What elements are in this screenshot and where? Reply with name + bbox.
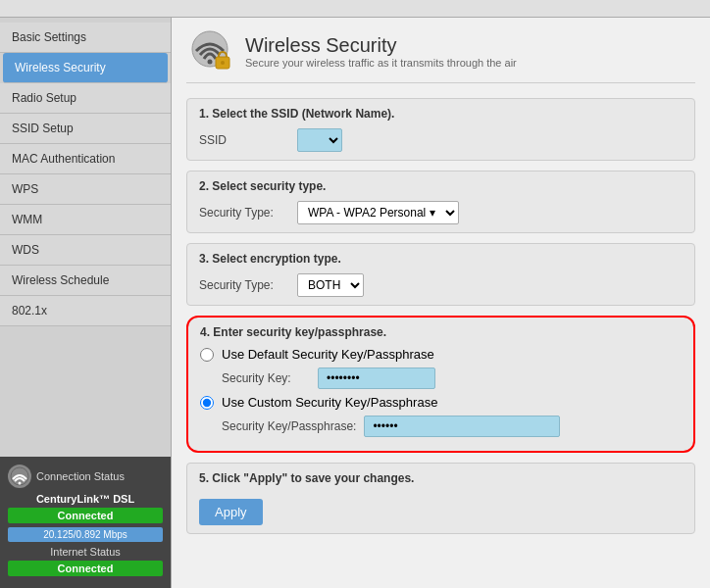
ssid-form-row: SSID <box>199 128 683 152</box>
security-key-label: Security Key: <box>222 371 310 385</box>
security-type-dropdown[interactable]: WPA - WPA2 Personal ▾ <box>297 201 459 224</box>
passphrase-label: Security Key/Passphrase: <box>222 419 356 433</box>
page-header: Wireless Security Secure your wireless t… <box>186 27 695 83</box>
custom-key-value-row: Security Key/Passphrase: <box>200 416 682 437</box>
sidebar-item-mac-authentication[interactable]: MAC Authentication <box>0 144 171 174</box>
section-1-title: 1. Select the SSID (Network Name). <box>199 107 683 121</box>
section-3-encryption: 3. Select encryption type. Security Type… <box>186 243 695 306</box>
connection-status-title: Connection Status <box>8 465 163 488</box>
encryption-label: Security Type: <box>199 278 287 292</box>
apply-button[interactable]: Apply <box>199 499 263 525</box>
status-connected-1: Connected <box>8 508 163 523</box>
wireless-security-icon <box>186 27 233 74</box>
top-bar <box>0 0 710 18</box>
svg-point-1 <box>19 482 22 485</box>
section-2-title: 2. Select security type. <box>199 179 683 193</box>
isp-label: CenturyLink™ DSL <box>8 493 163 505</box>
encryption-dropdown[interactable]: BOTH <box>297 273 364 297</box>
sidebar-item-wmm[interactable]: WMM <box>0 205 171 235</box>
default-key-value-row: Security Key: <box>200 368 682 389</box>
sidebar-item-wps[interactable]: WPS <box>0 174 171 205</box>
connection-icon <box>8 465 31 488</box>
custom-key-label: Use Custom Security Key/Passphrase <box>222 395 437 410</box>
section-5-apply: 5. Click "Apply" to save your changes. A… <box>186 463 695 534</box>
section-1-ssid: 1. Select the SSID (Network Name). SSID <box>186 98 695 161</box>
section-2-security-type: 2. Select security type. Security Type: … <box>186 171 695 233</box>
section-5-title: 5. Click "Apply" to save your changes. <box>199 471 683 485</box>
security-type-form-row: Security Type: WPA - WPA2 Personal ▾ <box>199 201 683 224</box>
page-subtitle: Secure your wireless traffic as it trans… <box>245 57 517 69</box>
ssid-dropdown[interactable] <box>297 128 342 152</box>
default-key-input[interactable] <box>318 368 435 389</box>
section-3-title: 3. Select encryption type. <box>199 252 683 266</box>
encryption-form-row: Security Type: BOTH <box>199 273 683 297</box>
page-title: Wireless Security <box>245 34 517 57</box>
section-4-security-key: 4. Enter security key/passphrase. Use De… <box>186 316 695 453</box>
svg-point-5 <box>221 61 225 65</box>
internet-status-label: Internet Status <box>8 546 163 558</box>
custom-key-radio-row: Use Custom Security Key/Passphrase <box>200 395 682 410</box>
sidebar-item-wds[interactable]: WDS <box>0 235 171 266</box>
ssid-label: SSID <box>199 133 287 147</box>
sidebar-item-wireless-schedule[interactable]: Wireless Schedule <box>0 266 171 296</box>
status-connected-2: Connected <box>8 561 163 576</box>
sidebar-item-basic-settings[interactable]: Basic Settings <box>0 23 171 53</box>
main-content: Wireless Security Secure your wireless t… <box>172 18 710 588</box>
default-key-radio[interactable] <box>200 348 214 362</box>
default-key-radio-row: Use Default Security Key/Passphrase <box>200 347 682 362</box>
sidebar-item-wireless-security[interactable]: Wireless Security <box>3 53 168 83</box>
security-type-label: Security Type: <box>199 206 287 220</box>
passphrase-input[interactable] <box>364 416 560 437</box>
sidebar-item-radio-setup[interactable]: Radio Setup <box>0 83 171 114</box>
connection-status-label: Connection Status <box>36 470 125 482</box>
header-text: Wireless Security Secure your wireless t… <box>245 34 517 69</box>
svg-point-3 <box>208 60 213 65</box>
speed-badge: 20.125/0.892 Mbps <box>8 527 163 542</box>
sidebar-item-802-1x[interactable]: 802.1x <box>0 296 171 326</box>
connection-status-box: Connection Status CenturyLink™ DSL Conne… <box>0 457 171 588</box>
main-layout: Basic Settings Wireless Security Radio S… <box>0 18 710 588</box>
sidebar: Basic Settings Wireless Security Radio S… <box>0 18 172 588</box>
sidebar-item-ssid-setup[interactable]: SSID Setup <box>0 114 171 144</box>
section-4-title: 4. Enter security key/passphrase. <box>200 325 682 339</box>
custom-key-radio[interactable] <box>200 396 214 410</box>
default-key-label: Use Default Security Key/Passphrase <box>222 347 434 362</box>
